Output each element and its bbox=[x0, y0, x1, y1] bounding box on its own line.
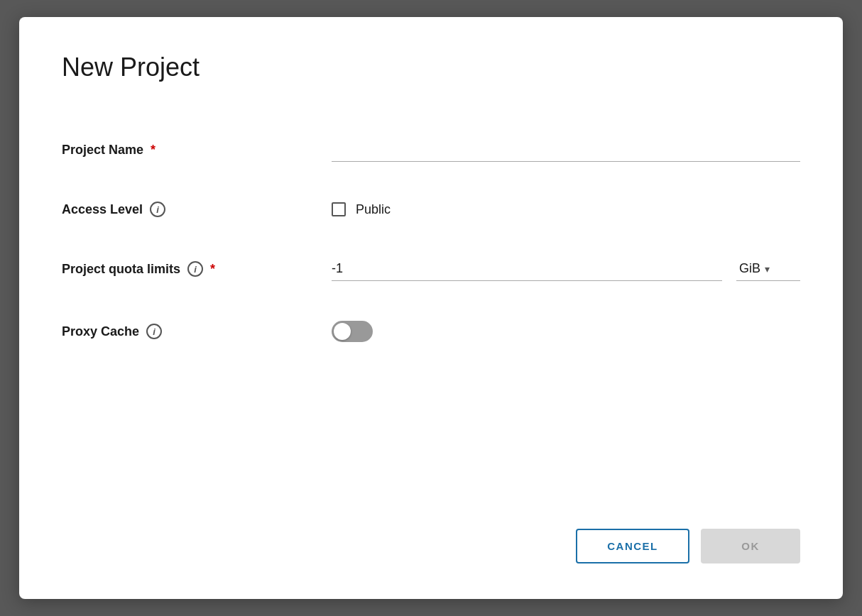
public-checkbox[interactable] bbox=[332, 202, 346, 216]
dialog-actions: CANCEL OK bbox=[62, 515, 800, 563]
quota-limits-label: Project quota limits i * bbox=[62, 261, 332, 277]
project-name-input[interactable] bbox=[332, 138, 800, 162]
quota-limits-control: GiB ▾ bbox=[332, 257, 800, 281]
unit-value: GiB bbox=[739, 261, 760, 276]
unit-selector[interactable]: GiB ▾ bbox=[736, 257, 800, 281]
quota-limits-row: Project quota limits i * GiB ▾ bbox=[62, 237, 800, 301]
project-name-label: Project Name * bbox=[62, 143, 332, 158]
quota-value-input[interactable] bbox=[332, 257, 722, 281]
toggle-thumb bbox=[334, 323, 351, 340]
proxy-cache-label: Proxy Cache i bbox=[62, 324, 332, 339]
public-label: Public bbox=[356, 202, 391, 217]
proxy-cache-control bbox=[332, 321, 800, 342]
access-level-info-icon[interactable]: i bbox=[150, 202, 165, 217]
access-level-row: Access Level i Public bbox=[62, 182, 800, 237]
dialog-title: New Project bbox=[62, 53, 800, 82]
form-body: Project Name * Access Level i Public bbox=[62, 118, 800, 472]
proxy-cache-info-icon[interactable]: i bbox=[146, 324, 162, 339]
quota-input-row: GiB ▾ bbox=[332, 257, 800, 281]
access-level-control: Public bbox=[332, 202, 800, 217]
quota-required-star: * bbox=[210, 262, 215, 277]
new-project-dialog: New Project Project Name * Access Level … bbox=[19, 17, 843, 599]
public-checkbox-row: Public bbox=[332, 202, 800, 217]
required-star: * bbox=[151, 143, 156, 158]
toggle-track bbox=[332, 321, 373, 342]
project-name-row: Project Name * bbox=[62, 118, 800, 182]
proxy-cache-toggle[interactable] bbox=[332, 321, 373, 342]
access-level-label: Access Level i bbox=[62, 202, 332, 217]
ok-button[interactable]: OK bbox=[701, 529, 800, 563]
project-name-control bbox=[332, 138, 800, 162]
cancel-button[interactable]: CANCEL bbox=[576, 529, 689, 563]
proxy-cache-row: Proxy Cache i bbox=[62, 301, 800, 362]
chevron-down-icon: ▾ bbox=[765, 263, 770, 275]
quota-info-icon[interactable]: i bbox=[187, 261, 203, 277]
